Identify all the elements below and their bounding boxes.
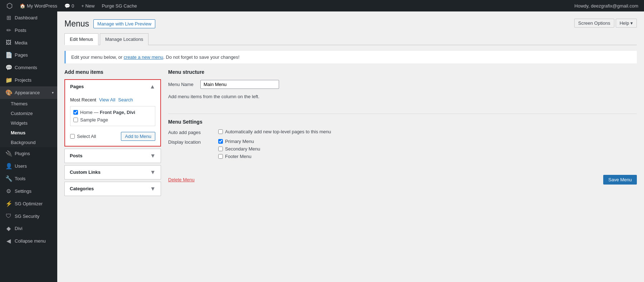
collapse-icon: ◀ <box>5 238 12 244</box>
top-right-buttons: Screen Options Help ▾ <box>574 19 637 28</box>
sg-security-icon: 🛡 <box>5 213 12 219</box>
tab-edit-menus[interactable]: Edit Menus <box>64 33 98 45</box>
pages-tab-search[interactable]: Search <box>118 97 133 102</box>
main-content: Menus Manage with Live Preview Screen Op… <box>57 11 644 282</box>
admin-bar: ⬡ 🏠 My WordPress 💬 0 + New Purge SG Cach… <box>0 0 644 11</box>
appearance-chevron: ▾ <box>52 91 54 95</box>
live-preview-button[interactable]: Manage with Live Preview <box>93 19 155 28</box>
settings-icon: ⚙ <box>5 188 12 195</box>
posts-accordion-header[interactable]: Posts ▼ <box>65 149 161 163</box>
notification-icon: 💬 <box>64 3 70 9</box>
sg-optimizer-icon: ⚡ <box>5 200 12 207</box>
menu-name-label: Menu Name <box>168 82 197 87</box>
menu-settings: Menu Settings Auto add pages Automatical… <box>168 119 637 159</box>
location-footer[interactable]: Footer Menu <box>218 154 260 159</box>
display-location-row: Display location Primary Menu Secondary … <box>168 139 637 159</box>
pages-item-sample[interactable]: Sample Page <box>73 116 153 124</box>
posts-accordion: Posts ▼ <box>64 149 161 163</box>
secondary-menu-checkbox[interactable] <box>218 147 223 151</box>
top-bar: Menus Manage with Live Preview Screen Op… <box>64 19 637 29</box>
admin-bar-purge-cache[interactable]: Purge SG Cache <box>98 0 140 11</box>
menu-hint: Add menu items from the column on the le… <box>168 94 637 99</box>
custom-links-accordion-header[interactable]: Custom Links ▼ <box>65 166 161 179</box>
pages-tab-view-all[interactable]: View All <box>99 97 115 102</box>
footer-menu-checkbox[interactable] <box>218 154 223 159</box>
location-primary[interactable]: Primary Menu <box>218 139 260 144</box>
sidebar-item-comments[interactable]: 💬 Comments <box>0 61 57 74</box>
sidebar-item-menus[interactable]: Menus <box>0 128 57 138</box>
pages-checkbox-sample[interactable] <box>73 118 78 122</box>
menu-name-input[interactable] <box>200 80 279 89</box>
posts-icon: ✏ <box>5 27 12 34</box>
categories-accordion-header[interactable]: Categories ▼ <box>65 182 161 196</box>
screen-options-button[interactable]: Screen Options <box>574 19 614 28</box>
admin-bar-user: Howdy, deezgrafix@gmail.com <box>575 3 641 9</box>
notice-bar: Edit your menu below, or create a new me… <box>64 51 637 63</box>
pages-item-home[interactable]: Home — Front Page, Divi <box>73 109 153 116</box>
auto-add-checkbox[interactable] <box>218 129 223 134</box>
menu-bottom-row: Delete Menu Save Menu <box>168 170 637 185</box>
wp-logo[interactable]: ⬡ <box>3 0 16 11</box>
select-all-checkbox[interactable] <box>70 134 75 139</box>
sidebar-item-widgets[interactable]: Widgets <box>0 118 57 128</box>
auto-add-options: Automatically add new top-level pages to… <box>218 129 331 134</box>
plugins-icon: 🔌 <box>5 150 12 157</box>
sidebar-item-pages[interactable]: 📄 Pages <box>0 49 57 61</box>
admin-bar-new[interactable]: + New <box>78 0 98 11</box>
pages-accordion-header[interactable]: Pages ▲ <box>65 80 160 94</box>
auto-add-label: Auto add pages <box>168 129 211 135</box>
media-icon: 🖼 <box>5 39 12 46</box>
sidebar-item-plugins[interactable]: 🔌 Plugins <box>0 147 57 160</box>
sidebar-item-appearance[interactable]: 🎨 Appearance ▾ <box>0 86 57 99</box>
add-menu-items-title: Add menu items <box>64 69 161 75</box>
sidebar-item-background[interactable]: Background <box>0 138 57 147</box>
sidebar-item-users[interactable]: 👤 Users <box>0 160 57 172</box>
admin-bar-notifications[interactable]: 💬 0 <box>61 0 78 11</box>
sidebar-item-divi[interactable]: ◆ Divi <box>0 222 57 235</box>
sidebar-item-sg-security[interactable]: 🛡 SG Security <box>0 210 57 222</box>
pages-accordion: Pages ▲ Most Recent View All Search H <box>64 79 161 147</box>
add-menu-footer: Select All Add to Menu <box>70 130 155 142</box>
appearance-submenu: Themes Customize Widgets Menus Backgroun… <box>0 99 57 147</box>
pages-tab-most-recent[interactable]: Most Recent <box>70 97 96 102</box>
add-menu-items-panel: Add menu items Pages ▲ Most Recent View … <box>64 69 161 198</box>
sidebar-item-customize[interactable]: Customize <box>0 109 57 118</box>
sidebar-item-dashboard[interactable]: ⊞ Dashboard <box>0 11 57 24</box>
sidebar-item-sg-optimizer[interactable]: ⚡ SG Optimizer <box>0 197 57 210</box>
select-all-label[interactable]: Select All <box>70 134 96 139</box>
menus-tabs: Edit Menus Manage Locations <box>64 33 637 45</box>
menu-structure-divider <box>168 114 637 114</box>
menu-structure-title: Menu structure <box>168 69 637 75</box>
sidebar-item-posts[interactable]: ✏ Posts <box>0 24 57 37</box>
sidebar: ⊞ Dashboard ✏ Posts 🖼 Media 📄 Pages 💬 Co… <box>0 11 57 282</box>
display-location-options: Primary Menu Secondary Menu Footer Menu <box>218 139 260 159</box>
comments-icon: 💬 <box>5 64 12 71</box>
help-button[interactable]: Help ▾ <box>616 19 637 28</box>
add-to-menu-button[interactable]: Add to Menu <box>121 132 155 141</box>
sidebar-item-media[interactable]: 🖼 Media <box>0 37 57 49</box>
pages-accordion-toggle: ▲ <box>150 83 155 90</box>
delete-menu-button[interactable]: Delete Menu <box>168 177 195 182</box>
save-menu-button[interactable]: Save Menu <box>603 175 637 185</box>
location-secondary[interactable]: Secondary Menu <box>218 146 260 152</box>
categories-accordion-toggle: ▼ <box>150 186 156 192</box>
create-new-menu-link[interactable]: create a new menu <box>124 54 164 60</box>
pages-checkbox-list: Home — Front Page, Divi Sample Page <box>70 106 155 126</box>
sidebar-collapse-menu[interactable]: ◀ Collapse menu <box>0 235 57 247</box>
menu-settings-title: Menu Settings <box>168 119 637 125</box>
tab-manage-locations[interactable]: Manage Locations <box>100 33 148 45</box>
posts-accordion-toggle: ▼ <box>150 153 156 159</box>
sidebar-item-projects[interactable]: 📁 Projects <box>0 74 57 86</box>
pages-sub-tabs: Most Recent View All Search <box>70 97 155 102</box>
menu-name-row: Menu Name <box>168 80 637 89</box>
sidebar-item-themes[interactable]: Themes <box>0 99 57 109</box>
admin-bar-site-name[interactable]: 🏠 My WordPress <box>16 0 61 11</box>
users-icon: 👤 <box>5 163 12 169</box>
pages-icon: 📄 <box>5 52 12 58</box>
sidebar-item-settings[interactable]: ⚙ Settings <box>0 185 57 197</box>
primary-menu-checkbox[interactable] <box>218 139 223 144</box>
pages-checkbox-home[interactable] <box>73 110 78 115</box>
content-area: Add menu items Pages ▲ Most Recent View … <box>64 69 637 198</box>
sidebar-item-tools[interactable]: 🔧 Tools <box>0 172 57 185</box>
auto-add-option[interactable]: Automatically add new top-level pages to… <box>218 129 331 134</box>
